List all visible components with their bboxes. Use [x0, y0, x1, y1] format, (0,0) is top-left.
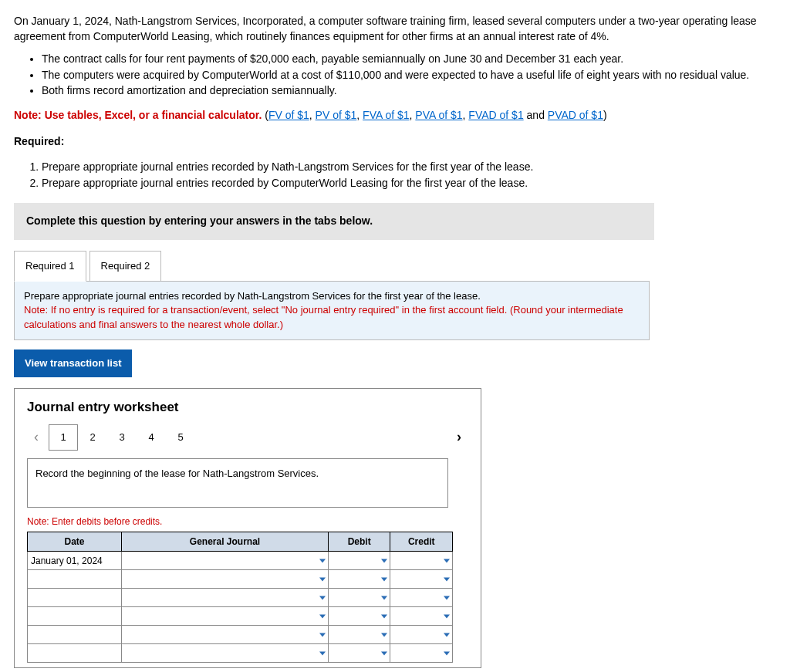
problem-intro: On January 1, 2024, Nath-Langstrom Servi…: [14, 14, 776, 44]
cell-account-3[interactable]: [121, 589, 328, 607]
view-transaction-list-button[interactable]: View transaction list: [14, 350, 132, 377]
step-tab-1[interactable]: 1: [49, 424, 78, 451]
header-general-journal: General Journal: [121, 532, 328, 552]
link-pvad[interactable]: PVAD of $1: [548, 109, 603, 121]
chevron-left-icon[interactable]: ‹: [27, 427, 46, 447]
cell-debit-3[interactable]: [328, 589, 390, 607]
link-pva[interactable]: PVA of $1: [415, 109, 462, 121]
bullet-1: The contract calls for four rent payment…: [42, 52, 776, 67]
cell-credit-3[interactable]: [390, 589, 453, 607]
cell-debit-6[interactable]: [328, 644, 390, 663]
cell-debit-1[interactable]: [328, 552, 390, 570]
cell-date-4[interactable]: [28, 607, 122, 626]
journal-entry-worksheet: Journal entry worksheet ‹ 1 2 3 4 5 › Re…: [14, 388, 481, 669]
instruction-note: Note: If no entry is required for a tran…: [24, 303, 640, 331]
header-date: Date: [28, 532, 122, 552]
calculator-note: Note: Use tables, Excel, or a financial …: [14, 108, 776, 123]
cell-date-6[interactable]: [28, 644, 122, 663]
journal-entry-table: Date General Journal Debit Credit Januar…: [27, 532, 453, 664]
cell-credit-6[interactable]: [390, 644, 453, 663]
header-credit: Credit: [390, 532, 453, 552]
required-1: Prepare appropriate journal entries reco…: [42, 160, 776, 175]
cell-account-5[interactable]: [121, 626, 328, 644]
link-pv[interactable]: PV of $1: [316, 109, 357, 121]
required-2: Prepare appropriate journal entries reco…: [42, 176, 776, 191]
instruction-main: Prepare appropriate journal entries reco…: [24, 289, 640, 303]
cell-date-3[interactable]: [28, 589, 122, 607]
cell-debit-4[interactable]: [328, 607, 390, 626]
required-list: Prepare appropriate journal entries reco…: [14, 160, 776, 191]
worksheet-title: Journal entry worksheet: [27, 398, 468, 417]
tabs-row: Required 1 Required 2: [14, 251, 776, 282]
complete-banner: Complete this question by entering your …: [14, 203, 654, 240]
step-tab-4[interactable]: 4: [137, 426, 166, 449]
bullet-2: The computers were acquired by ComputerW…: [42, 68, 776, 83]
step-tab-5[interactable]: 5: [166, 426, 195, 449]
note-red-text: Note: Use tables, Excel, or a financial …: [14, 109, 265, 121]
cell-credit-1[interactable]: [390, 552, 453, 570]
cell-credit-5[interactable]: [390, 626, 453, 644]
bullet-3: Both firms record amortization and depre…: [42, 83, 776, 99]
cell-account-2[interactable]: [121, 570, 328, 589]
link-fva[interactable]: FVA of $1: [363, 109, 409, 121]
cell-date-1[interactable]: January 01, 2024: [28, 552, 122, 570]
tab-required-2[interactable]: Required 2: [89, 251, 162, 282]
header-debit: Debit: [328, 532, 390, 552]
cell-credit-4[interactable]: [390, 607, 453, 626]
cell-date-2[interactable]: [28, 570, 122, 589]
link-fvad[interactable]: FVAD of $1: [468, 109, 523, 121]
chevron-right-icon[interactable]: ›: [450, 427, 468, 447]
record-prompt: Record the beginning of the lease for Na…: [27, 458, 448, 508]
worksheet-nav: ‹ 1 2 3 4 5 ›: [27, 424, 468, 451]
step-tab-2[interactable]: 2: [78, 426, 107, 449]
tab-required-1[interactable]: Required 1: [14, 251, 86, 282]
problem-bullets: The contract calls for four rent payment…: [14, 52, 776, 99]
required-label: Required:: [14, 134, 776, 150]
cell-account-1[interactable]: [121, 552, 328, 570]
cell-credit-2[interactable]: [390, 570, 453, 589]
link-fv[interactable]: FV of $1: [268, 109, 309, 121]
step-tab-3[interactable]: 3: [107, 426, 137, 449]
cell-date-5[interactable]: [28, 626, 122, 644]
cell-debit-2[interactable]: [328, 570, 390, 589]
cell-account-4[interactable]: [121, 607, 328, 626]
cell-debit-5[interactable]: [328, 626, 390, 644]
instruction-box: Prepare appropriate journal entries reco…: [14, 281, 650, 340]
debits-before-credits-note: Note: Enter debits before credits.: [27, 515, 468, 528]
cell-account-6[interactable]: [121, 644, 328, 663]
